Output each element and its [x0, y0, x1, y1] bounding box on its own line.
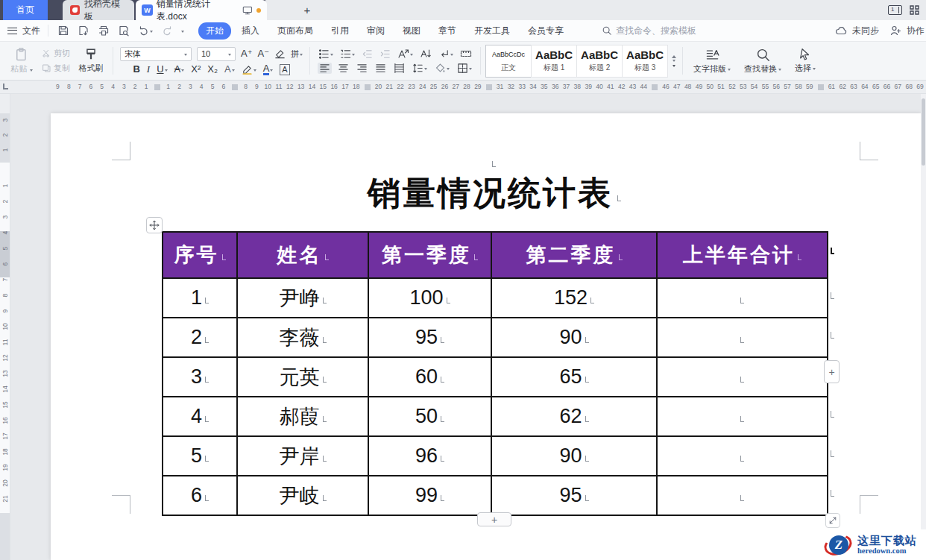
table-cell[interactable]: 95	[492, 476, 658, 516]
increase-indent-button[interactable]	[378, 48, 392, 60]
present-monitor-icon[interactable]	[242, 5, 253, 16]
save-button[interactable]	[56, 25, 71, 37]
cut-button[interactable]: 剪切	[42, 48, 70, 59]
menu-item-开始[interactable]: 开始	[198, 22, 231, 40]
cloud-sync-icon[interactable]	[835, 25, 847, 37]
table-cell[interactable]: 50	[369, 397, 492, 437]
table-move-handle[interactable]	[146, 217, 163, 233]
new-tab-button[interactable]: +	[300, 2, 315, 17]
sort-button[interactable]	[418, 48, 433, 60]
justify-button[interactable]	[374, 63, 388, 74]
pinyin-guide-button[interactable]: 拼	[291, 48, 303, 59]
line-spacing-button[interactable]	[411, 63, 429, 74]
italic-button[interactable]: I	[147, 64, 150, 75]
styles-scroll[interactable]	[670, 44, 678, 78]
align-right-button[interactable]	[355, 63, 369, 74]
find-replace-button[interactable]: 查找替换	[737, 44, 788, 78]
table-cell[interactable]: 1	[163, 279, 238, 318]
copy-button[interactable]: 复制	[42, 63, 70, 74]
menu-item-页面布局[interactable]: 页面布局	[270, 22, 321, 40]
text-direction-button[interactable]	[396, 48, 415, 60]
underline-button[interactable]: U	[157, 64, 167, 75]
highlight-button[interactable]	[242, 64, 256, 75]
print-button[interactable]	[96, 25, 111, 37]
scrollbar-thumb[interactable]	[922, 98, 925, 166]
font-size-select[interactable]: 10	[197, 47, 236, 61]
table-cell[interactable]: 100	[369, 279, 492, 318]
table-cell[interactable]	[658, 476, 828, 516]
add-row-button[interactable]: +	[477, 512, 511, 526]
menu-item-审阅[interactable]: 审阅	[359, 22, 392, 40]
window-pages-icon[interactable]: 1	[888, 5, 902, 15]
table-cell[interactable]: 2	[163, 318, 238, 358]
show-marks-button[interactable]	[437, 48, 455, 60]
table-cell[interactable]: 李薇	[238, 318, 369, 358]
table-cell[interactable]: 152	[492, 279, 658, 318]
table-cell[interactable]	[658, 279, 828, 318]
header-cell[interactable]: 上半年合计	[658, 233, 828, 279]
sync-status-label[interactable]: 未同步	[852, 25, 879, 37]
table-cell[interactable]: 90	[492, 318, 658, 358]
borders-button[interactable]	[456, 63, 473, 74]
decrease-indent-button[interactable]	[360, 48, 374, 60]
paste-button[interactable]: 粘贴	[4, 47, 39, 75]
table-cell[interactable]: 99	[369, 476, 492, 516]
redo-button[interactable]	[160, 25, 174, 37]
distribute-button[interactable]	[392, 63, 406, 74]
style-标题 3[interactable]: AaBbC标题 3	[622, 45, 668, 78]
header-cell[interactable]: 姓名	[238, 233, 369, 279]
table-cell[interactable]: 5	[163, 437, 238, 476]
bold-button[interactable]: B	[133, 64, 139, 75]
format-painter-button[interactable]: 格式刷	[73, 48, 109, 74]
align-left-button[interactable]	[318, 63, 332, 74]
styles-scroll-down-icon[interactable]	[673, 60, 675, 63]
tab-stop-selector[interactable]	[3, 84, 8, 89]
text-effects-button[interactable]: A	[224, 64, 235, 75]
sales-table[interactable]: 序号姓名第一季度第二季度上半年合计1尹峥1001522李薇95903元英6065…	[162, 231, 828, 516]
tab-setting-button[interactable]	[459, 48, 473, 60]
header-cell[interactable]: 序号	[163, 233, 238, 279]
hamburger-icon[interactable]	[7, 28, 17, 34]
collaborate-person-icon[interactable]	[889, 25, 901, 37]
numbered-list-button[interactable]	[338, 48, 356, 60]
font-color-button[interactable]: A	[263, 64, 274, 75]
subscript-button[interactable]: X₂	[207, 64, 218, 75]
menu-item-视图[interactable]: 视图	[395, 22, 428, 40]
superscript-button[interactable]: X²	[191, 64, 201, 75]
table-cell[interactable]	[658, 397, 828, 437]
menu-item-插入[interactable]: 插入	[234, 22, 267, 40]
tab-home[interactable]: 首页	[3, 0, 48, 20]
export-button[interactable]	[76, 25, 91, 37]
tab-document[interactable]: W 销量情况统计表.docx	[136, 0, 267, 20]
collaborate-label[interactable]: 协作	[907, 25, 925, 37]
clear-format-button[interactable]	[274, 48, 286, 60]
character-border-button[interactable]: A	[280, 64, 289, 75]
style-标题 2[interactable]: AaBbC标题 2	[576, 45, 623, 78]
vertical-scrollbar[interactable]	[921, 94, 926, 560]
table-cell[interactable]: 尹峥	[238, 279, 369, 318]
style-正文[interactable]: AaBbCcDc正文	[485, 45, 532, 78]
font-family-select[interactable]: 宋体	[120, 47, 192, 61]
style-标题 1[interactable]: AaBbC标题 1	[531, 45, 577, 78]
menu-item-引用[interactable]: 引用	[324, 22, 356, 40]
command-search[interactable]: 查找命令、搜索模板	[602, 25, 696, 37]
table-cell[interactable]: 4	[163, 397, 238, 437]
undo-dropdown-caret[interactable]	[150, 31, 153, 34]
shrink-font-button[interactable]: A⁻	[258, 48, 270, 59]
align-center-button[interactable]	[336, 63, 350, 74]
file-menu[interactable]: 文件	[22, 25, 40, 37]
document-title[interactable]: 销量情况统计表	[162, 172, 827, 215]
styles-more-icon[interactable]	[673, 65, 675, 69]
print-preview-button[interactable]	[116, 25, 131, 37]
table-cell[interactable]: 65	[492, 358, 658, 397]
header-cell[interactable]: 第一季度	[369, 233, 492, 279]
bullet-list-button[interactable]	[317, 48, 335, 60]
select-button[interactable]: 选择	[788, 44, 822, 78]
table-cell[interactable]: 郝葭	[238, 397, 369, 437]
undo-button[interactable]	[136, 25, 154, 37]
table-cell[interactable]	[658, 318, 828, 358]
tab-docer-templates[interactable]: 找稻壳模板	[63, 0, 134, 20]
table-cell[interactable]: 95	[369, 318, 492, 358]
grow-font-button[interactable]: A⁺	[241, 48, 253, 59]
shading-button[interactable]	[433, 63, 451, 74]
